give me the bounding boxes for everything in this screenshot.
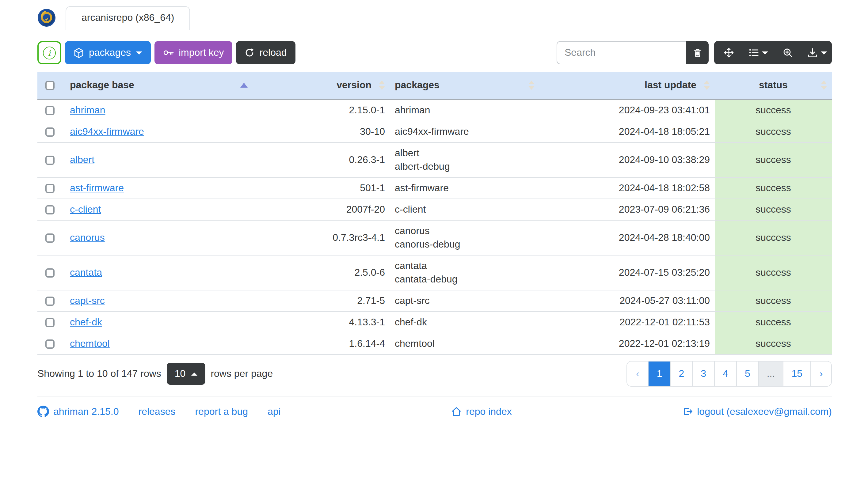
package-base-link[interactable]: chef-dk bbox=[70, 317, 102, 327]
row-checkbox[interactable] bbox=[45, 269, 55, 278]
column-header-package-base[interactable]: package base bbox=[65, 72, 253, 99]
logout-icon bbox=[682, 406, 693, 417]
row-checkbox[interactable] bbox=[45, 184, 55, 193]
page-button-2[interactable]: 2 bbox=[670, 361, 692, 386]
page-size-value: 10 bbox=[175, 368, 186, 379]
api-link[interactable]: api bbox=[268, 406, 281, 417]
package-last-update: 2022-12-01 02:11:53 bbox=[539, 312, 715, 333]
sort-asc-icon bbox=[240, 83, 248, 88]
reload-button[interactable]: reload bbox=[236, 41, 296, 64]
package-last-update: 2022-12-01 02:13:19 bbox=[539, 333, 715, 354]
table-row: cantata 2.5.0-6 cantatacantata-debug 202… bbox=[37, 255, 832, 290]
package-status-badge: success bbox=[715, 333, 832, 354]
package-base-link[interactable]: capt-src bbox=[70, 295, 105, 306]
column-header-version[interactable]: version bbox=[253, 72, 390, 99]
package-base-link[interactable]: c-client bbox=[70, 204, 101, 215]
column-header-packages[interactable]: packages bbox=[390, 72, 539, 99]
page-button-3[interactable]: 3 bbox=[692, 361, 714, 386]
package-last-update: 2024-09-10 03:38:29 bbox=[539, 142, 715, 178]
select-all-header[interactable] bbox=[37, 72, 65, 99]
app: arcanisrepo (x86_64) i packages import k… bbox=[0, 0, 868, 481]
table-header-row: package base version packages last updat… bbox=[37, 72, 832, 99]
page-button-15[interactable]: 15 bbox=[783, 361, 810, 386]
package-last-update: 2023-07-09 06:21:36 bbox=[539, 199, 715, 220]
column-label: last update bbox=[645, 79, 696, 90]
package-list: aic94xx-firmware bbox=[390, 121, 539, 142]
package-base-link[interactable]: ast-firmware bbox=[70, 183, 124, 193]
package-last-update: 2024-04-18 18:05:21 bbox=[539, 121, 715, 142]
report-bug-link[interactable]: report a bug bbox=[195, 406, 248, 417]
repo-index-link[interactable]: repo index bbox=[451, 406, 512, 417]
reload-button-label: reload bbox=[259, 47, 287, 58]
table-footer: Showing 1 to 10 of 147 rows 10 rows per … bbox=[37, 361, 832, 387]
house-icon bbox=[451, 406, 462, 417]
package-version: 2.71-5 bbox=[253, 290, 390, 312]
info-button[interactable]: i bbox=[37, 41, 61, 64]
package-list: c-client bbox=[390, 199, 539, 220]
version-label: ahriman 2.15.0 bbox=[53, 406, 119, 417]
logout-link[interactable]: logout (esalexeev@gmail.com) bbox=[682, 406, 832, 417]
page-prev-button[interactable]: ‹ bbox=[627, 361, 648, 386]
column-header-last-update[interactable]: last update bbox=[539, 72, 715, 99]
package-table: package base version packages last updat… bbox=[37, 72, 832, 355]
row-checkbox[interactable] bbox=[45, 128, 55, 137]
row-checkbox[interactable] bbox=[45, 340, 55, 349]
box-icon bbox=[73, 47, 84, 58]
sort-both-icon bbox=[704, 81, 710, 90]
row-checkbox[interactable] bbox=[45, 205, 55, 215]
column-header-status[interactable]: status bbox=[715, 72, 832, 99]
package-base-link[interactable]: canorus bbox=[70, 232, 105, 243]
page-next-button[interactable]: › bbox=[810, 361, 831, 386]
table-row: ast-firmware 501-1 ast-firmware 2024-04-… bbox=[37, 178, 832, 199]
page-button-4[interactable]: 4 bbox=[714, 361, 736, 386]
search-input[interactable] bbox=[557, 41, 686, 64]
list-icon bbox=[748, 48, 759, 58]
row-checkbox[interactable] bbox=[45, 106, 55, 116]
page-button-1[interactable]: 1 bbox=[648, 361, 670, 386]
package-status-badge: success bbox=[715, 178, 832, 199]
package-last-update: 2024-07-15 03:25:20 bbox=[539, 255, 715, 290]
package-version: 2.5.0-6 bbox=[253, 255, 390, 290]
package-version: 0.7.3rc3-4.1 bbox=[253, 220, 390, 255]
table-row: albert 0.26.3-1 albertalbert-debug 2024-… bbox=[37, 142, 832, 178]
page-size-dropdown[interactable]: 10 bbox=[167, 363, 205, 385]
toolbar-left: i packages import key bbox=[37, 41, 296, 64]
package-base-link[interactable]: albert bbox=[70, 154, 94, 165]
showing-rows-text: Showing 1 to 10 of 147 rows bbox=[37, 368, 161, 379]
row-checkbox[interactable] bbox=[45, 297, 55, 306]
row-checkbox[interactable] bbox=[45, 156, 55, 165]
packages-button-label: packages bbox=[89, 47, 131, 58]
zoom-in-button[interactable] bbox=[773, 41, 802, 64]
page-button-5[interactable]: 5 bbox=[736, 361, 758, 386]
row-checkbox[interactable] bbox=[45, 234, 55, 243]
package-base-link[interactable]: cantata bbox=[70, 267, 102, 278]
tab-repository[interactable]: arcanisrepo (x86_64) bbox=[66, 6, 190, 30]
package-base-link[interactable]: aic94xx-firmware bbox=[70, 126, 144, 137]
column-label: package base bbox=[70, 79, 134, 90]
page-ellipsis-button[interactable]: ... bbox=[758, 361, 783, 386]
row-checkbox[interactable] bbox=[45, 318, 55, 327]
package-base-link[interactable]: ahriman bbox=[70, 105, 105, 115]
import-key-button-label: import key bbox=[179, 47, 224, 58]
version-link[interactable]: ahriman 2.15.0 bbox=[37, 406, 119, 417]
package-last-update: 2024-04-28 18:40:00 bbox=[539, 220, 715, 255]
columns-dropdown-button[interactable] bbox=[744, 41, 773, 64]
package-list: chemtool bbox=[390, 333, 539, 354]
package-base-link[interactable]: chemtool bbox=[70, 338, 110, 349]
releases-link[interactable]: releases bbox=[138, 406, 175, 417]
page-info: Showing 1 to 10 of 147 rows 10 rows per … bbox=[37, 363, 273, 385]
export-dropdown-button[interactable] bbox=[802, 41, 832, 64]
clear-search-button[interactable] bbox=[686, 41, 709, 64]
packages-dropdown-button[interactable]: packages bbox=[65, 41, 151, 64]
table-row: ahriman 2.15.0-1 ahriman 2024-09-23 03:4… bbox=[37, 99, 832, 121]
info-circle-icon: i bbox=[43, 46, 56, 59]
toolbar: i packages import key bbox=[37, 41, 832, 64]
fullscreen-button[interactable] bbox=[714, 41, 744, 64]
package-version: 501-1 bbox=[253, 178, 390, 199]
caret-down-icon bbox=[136, 51, 142, 54]
package-status-badge: success bbox=[715, 121, 832, 142]
select-all-checkbox[interactable] bbox=[45, 81, 55, 90]
package-version: 1.6.14-4 bbox=[253, 333, 390, 354]
import-key-button[interactable]: import key bbox=[154, 41, 232, 64]
trash-icon bbox=[692, 47, 702, 58]
